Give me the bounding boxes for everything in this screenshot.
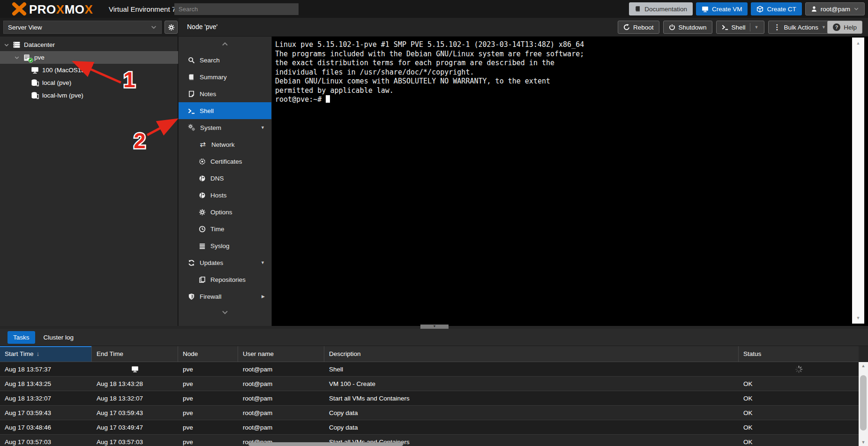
tasks-table-body: Aug 18 13:57:37 pve root@pam Shell Aug 1… — [0, 362, 859, 446]
menu-item-shell[interactable]: Shell — [179, 102, 271, 119]
create-ct-button[interactable]: Create CT — [751, 2, 801, 15]
menu-item-hosts[interactable]: Hosts — [179, 187, 271, 204]
menu-scroll-down[interactable] — [179, 305, 271, 320]
column-header-node[interactable]: Node — [178, 346, 238, 362]
chevron-down-icon[interactable]: ▼ — [755, 25, 759, 30]
table-row[interactable]: Aug 18 13:43:25 Aug 18 13:43:28 pve root… — [0, 377, 859, 391]
tree-item-storage-local[interactable]: local (pve) — [0, 76, 178, 89]
documentation-button[interactable]: Documentation — [629, 2, 693, 15]
column-header-end-time[interactable]: End Time — [92, 346, 178, 362]
table-row[interactable]: Aug 17 03:57:03 Aug 17 03:57:03 pve root… — [0, 435, 859, 446]
node-icon — [23, 54, 31, 61]
user-menu-button[interactable]: root@pam — [805, 2, 865, 15]
menu-item-certificates[interactable]: Certificates — [179, 153, 271, 170]
tab-cluster-log[interactable]: Cluster log — [38, 331, 80, 344]
table-vertical-scrollbar[interactable]: ▲ ▼ — [859, 362, 868, 446]
gears-icon — [188, 124, 195, 131]
list-icon — [199, 242, 206, 249]
node-menu: Search Summary Notes Shell System▼ ⇄Netw… — [179, 37, 272, 326]
chevron-down-icon: ▼ — [822, 25, 826, 30]
scroll-down-arrow-icon[interactable]: ▼ — [859, 440, 868, 445]
menu-item-system[interactable]: System▼ — [179, 119, 271, 136]
status-badge: OK — [739, 391, 859, 405]
caret-right-icon: ▶ — [262, 294, 265, 299]
scroll-down-arrow-icon[interactable]: ▼ — [852, 314, 864, 322]
menu-item-dns[interactable]: DNS — [179, 170, 271, 187]
copy-icon — [199, 276, 206, 283]
menu-item-notes[interactable]: Notes — [179, 85, 271, 102]
menu-scroll-up[interactable] — [179, 37, 271, 52]
column-header-start-time[interactable]: Start Time↓ — [0, 346, 92, 362]
proxmox-logo-icon — [11, 2, 27, 16]
user-icon — [811, 6, 817, 12]
menu-item-time[interactable]: Time — [179, 220, 271, 237]
menu-item-syslog[interactable]: Syslog — [179, 237, 271, 254]
storage-icon — [31, 91, 39, 99]
menu-item-network[interactable]: ⇄Network — [179, 136, 271, 153]
reboot-icon — [623, 24, 630, 30]
cube-icon — [756, 6, 763, 13]
help-button[interactable]: ?Help — [827, 21, 862, 34]
shield-icon — [188, 293, 195, 300]
menu-item-summary[interactable]: Summary — [179, 68, 271, 85]
terminal-scrollbar[interactable]: ▲ ▼ — [852, 38, 864, 324]
splitter-collapse-handle[interactable]: ▼ — [420, 325, 449, 329]
scroll-up-arrow-icon[interactable]: ▲ — [852, 39, 864, 47]
menu-item-options[interactable]: Options — [179, 204, 271, 220]
status-badge: OK — [739, 435, 859, 446]
console-monitor-icon — [131, 365, 139, 373]
vm-icon — [31, 66, 39, 74]
gear-icon — [168, 24, 175, 31]
table-row[interactable]: Aug 17 03:48:46 Aug 17 03:49:47 pve root… — [0, 420, 859, 435]
menu-item-firewall[interactable]: Firewall▶ — [179, 288, 271, 305]
status-badge: OK — [739, 377, 859, 391]
globe-icon — [199, 192, 206, 199]
global-search-input[interactable] — [174, 3, 299, 15]
terminal-line: the exact distribution terms for each pr… — [275, 59, 584, 68]
menu-item-updates[interactable]: Updates▼ — [179, 254, 271, 271]
tab-tasks[interactable]: Tasks — [7, 331, 35, 344]
resource-tree-panel: Server View Datacenter pve 100 (MacOS13)… — [0, 18, 178, 326]
chevron-down-icon — [853, 6, 859, 12]
table-row[interactable]: Aug 18 13:32:07 Aug 18 13:32:07 pve root… — [0, 391, 859, 406]
view-selector[interactable]: Server View — [3, 21, 162, 34]
monitor-icon — [702, 6, 709, 13]
terminal-line: Linux pve 5.15.102-1-pve #1 SMP PVE 5.15… — [275, 40, 584, 50]
tree-item-storage-local-lvm[interactable]: local-lvm (pve) — [0, 89, 178, 102]
shell-terminal[interactable]: Linux pve 5.15.102-1-pve #1 SMP PVE 5.15… — [272, 37, 868, 326]
create-vm-button[interactable]: Create VM — [696, 2, 748, 15]
column-header-description[interactable]: Description — [324, 346, 739, 362]
kebab-menu-icon: ⋮ — [774, 23, 781, 31]
terminal-icon — [722, 24, 728, 30]
expand-chevron-icon — [4, 42, 9, 48]
tree-item-datacenter[interactable]: Datacenter — [0, 38, 178, 51]
shell-button[interactable]: Shell▼ — [716, 21, 764, 34]
reboot-button[interactable]: Reboot — [618, 21, 659, 34]
terminal-icon — [188, 107, 195, 114]
node-panel: Node 'pve' Reboot Shutdown Shell▼ ⋮Bulk … — [179, 18, 868, 326]
caret-down-icon: ▼ — [261, 260, 265, 265]
shutdown-button[interactable]: Shutdown — [663, 21, 712, 34]
column-header-user-name[interactable]: User name — [238, 346, 324, 362]
question-icon: ? — [833, 23, 840, 31]
exchange-arrows-icon: ⇄ — [199, 140, 207, 149]
chevron-down-icon — [150, 24, 157, 30]
spinner-icon — [795, 365, 803, 373]
table-horizontal-scrollbar-thumb[interactable] — [248, 442, 403, 446]
terminal-line: Debian GNU/Linux comes with ABSOLUTELY N… — [275, 77, 584, 86]
sort-desc-icon: ↓ — [37, 350, 40, 357]
scroll-up-arrow-icon[interactable]: ▲ — [859, 363, 868, 368]
brand-wordmark: PROXMOX — [29, 2, 93, 17]
tree-settings-button[interactable] — [165, 21, 178, 34]
scrollbar-thumb[interactable] — [860, 375, 867, 431]
bulk-actions-button[interactable]: ⋮Bulk Actions▼ — [768, 21, 831, 34]
tree-item-pve[interactable]: pve — [0, 51, 178, 64]
column-header-status[interactable]: Status — [739, 346, 859, 362]
menu-item-search[interactable]: Search — [179, 52, 271, 68]
globe-icon — [199, 175, 206, 182]
table-row[interactable]: Aug 17 03:59:43 Aug 17 03:59:43 pve root… — [0, 406, 859, 420]
menu-item-repositories[interactable]: Repositories — [179, 271, 271, 288]
table-row[interactable]: Aug 18 13:57:37 pve root@pam Shell — [0, 362, 859, 377]
tree-item-vm-100[interactable]: 100 (MacOS13) — [0, 64, 178, 76]
book-icon — [635, 6, 641, 12]
